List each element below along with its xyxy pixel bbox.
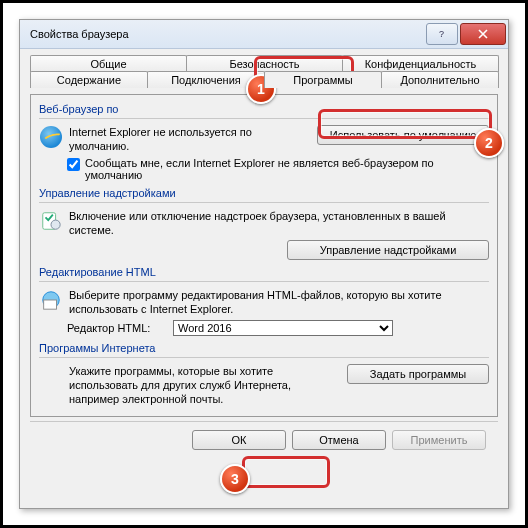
default-browser-text: Internet Explorer не используется по умо… — [69, 125, 311, 154]
tab-connections[interactable]: Подключения — [147, 71, 265, 88]
close-button[interactable] — [460, 23, 506, 45]
help-button[interactable]: ? — [426, 23, 458, 45]
callout-3 — [242, 456, 330, 488]
cancel-button[interactable]: Отмена — [292, 430, 386, 450]
set-default-button[interactable]: Использовать по умолчанию — [317, 125, 489, 145]
ie-icon — [39, 125, 63, 149]
group-html-label: Редактирование HTML — [39, 266, 489, 278]
group-progs-label: Программы Интернета — [39, 342, 489, 354]
tab-programs[interactable]: Программы — [264, 71, 382, 88]
notify-checkbox-input[interactable] — [67, 158, 80, 171]
apply-button[interactable]: Применить — [392, 430, 486, 450]
notify-checkbox-label: Сообщать мне, если Internet Explorer не … — [85, 157, 489, 181]
tab-panel: Веб-браузер по Internet Explorer не испо… — [30, 94, 498, 417]
window-title: Свойства браузера — [30, 28, 424, 40]
tab-advanced[interactable]: Дополнительно — [381, 71, 499, 88]
dialog-buttons: ОК Отмена Применить — [30, 421, 498, 450]
tab-content[interactable]: Содержание — [30, 71, 148, 88]
html-editor-text: Выберите программу редактирования HTML-ф… — [69, 288, 489, 317]
html-editor-select[interactable]: Word 2016 — [173, 320, 393, 336]
set-programs-button[interactable]: Задать программы — [347, 364, 489, 384]
tab-general[interactable]: Общие — [30, 55, 187, 72]
svg-point-2 — [51, 220, 60, 229]
tab-privacy[interactable]: Конфиденциальность — [342, 55, 499, 72]
addons-text: Включение или отключение надстроек брауз… — [69, 209, 489, 238]
svg-text:?: ? — [439, 29, 444, 39]
html-editor-label: Редактор HTML: — [67, 322, 167, 334]
notify-checkbox[interactable]: Сообщать мне, если Internet Explorer не … — [67, 157, 489, 181]
group-browser-label: Веб-браузер по — [39, 103, 489, 115]
internet-programs-text: Укажите программы, которые вы хотите исп… — [69, 364, 341, 407]
ok-button[interactable]: ОК — [192, 430, 286, 450]
html-editor-icon — [39, 288, 63, 312]
titlebar: Свойства браузера ? — [20, 20, 508, 49]
svg-rect-4 — [44, 300, 57, 309]
group-addons-label: Управление надстройками — [39, 187, 489, 199]
manage-addons-button[interactable]: Управление надстройками — [287, 240, 489, 260]
badge-3: 3 — [220, 464, 250, 494]
tab-security[interactable]: Безопасность — [186, 55, 343, 72]
addons-icon — [39, 209, 63, 233]
